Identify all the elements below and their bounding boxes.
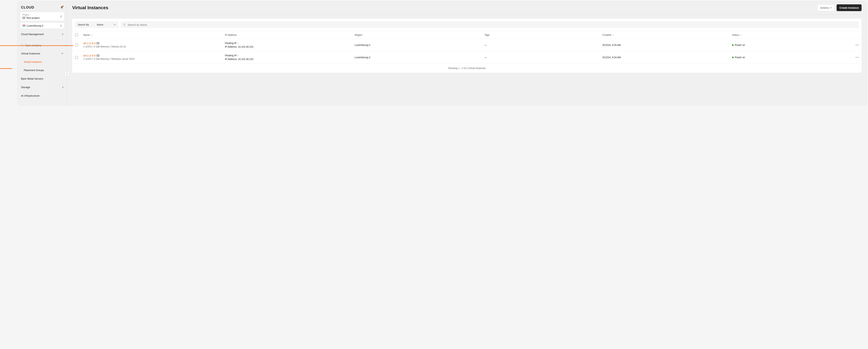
search-by-field-value: Name bbox=[97, 23, 103, 26]
header-actions: Actions Create Instance bbox=[817, 4, 862, 11]
col-status[interactable]: Status↓↑ bbox=[732, 33, 850, 36]
row-checkbox[interactable] bbox=[75, 56, 78, 59]
nav-virtual-instances-sub[interactable]: Virtual Instances bbox=[20, 58, 64, 65]
row-actions-menu[interactable] bbox=[850, 57, 859, 58]
select-all-checkbox[interactable] bbox=[75, 33, 78, 36]
ip-address: IP Address: 10.101.00.101 bbox=[225, 57, 355, 61]
nav-placement-groups[interactable]: Placement Groups bbox=[20, 67, 64, 74]
divider bbox=[20, 40, 64, 40]
svg-point-2 bbox=[123, 24, 125, 25]
content: Search By Name Nam bbox=[67, 14, 867, 77]
nav-placement-groups-label: Placement Groups bbox=[24, 69, 44, 71]
nav-cloud-management-label: Cloud Management bbox=[21, 33, 44, 36]
row-status: Power on bbox=[732, 56, 850, 59]
nav-virtual-instances[interactable]: Virtual Instances bbox=[20, 50, 64, 57]
status-dot-icon bbox=[732, 57, 734, 58]
collapse-sidebar-button[interactable] bbox=[65, 71, 69, 76]
table-header: Name↓↑ IP Address Region Tags Created↓↑ … bbox=[72, 31, 862, 39]
row-tags: — bbox=[484, 43, 602, 47]
sidebar: CLOUD Project ID Test project bbox=[18, 1, 67, 105]
chevron-down-icon bbox=[114, 24, 116, 25]
status-text: Power on bbox=[735, 56, 745, 59]
instance-name-text: ed-1-2-3-4 bbox=[83, 42, 95, 45]
status-dot-icon bbox=[732, 44, 734, 46]
project-selector-value: Test project bbox=[26, 16, 39, 19]
row-tags: — bbox=[484, 56, 602, 59]
region-selector-value: Luxembourg-2 bbox=[27, 24, 43, 27]
col-status-label: Status bbox=[732, 33, 739, 36]
app-frame: CLOUD Project ID Test project bbox=[18, 1, 867, 105]
floating-ip: Floating IP: - bbox=[225, 54, 355, 57]
annotation-2-line bbox=[0, 46, 73, 46]
page-title: Virtual Instances bbox=[72, 5, 108, 10]
table-row[interactable]: ed-1-2-3-4 ID 1 vCPU / 2 GiB Memory / Ub… bbox=[72, 39, 862, 51]
notification-badge bbox=[62, 5, 64, 7]
id-badge-icon: ID bbox=[96, 54, 99, 57]
instance-name-link[interactable]: ed-1-2-3-4 ID bbox=[83, 54, 99, 57]
row-region: Luxembourg-2 bbox=[355, 56, 484, 59]
col-name-label: Name bbox=[83, 33, 90, 36]
nav-bare-metal-label: Bare Metal Servers bbox=[21, 77, 43, 80]
floating-ip: Floating IP: - bbox=[225, 41, 355, 45]
instance-spec: 1 vCPU / 2 GiB Memory / Ubuntu 23.10 bbox=[83, 45, 225, 49]
create-instance-button[interactable]: Create Instance bbox=[837, 4, 862, 11]
main: Virtual Instances Actions Create Instanc… bbox=[67, 1, 867, 105]
search-row: Search By Name bbox=[72, 19, 862, 31]
row-created: 3/12/24, 9:25 AM bbox=[602, 43, 732, 47]
project-selector-label: Project bbox=[22, 13, 39, 16]
table-row[interactable]: ed-1-2-3-4 ID 1 vCPU / 2 GiB Memory / Wi… bbox=[72, 51, 862, 63]
updown-icon bbox=[60, 25, 62, 27]
chevron-right-icon bbox=[62, 86, 63, 88]
col-name[interactable]: Name↓↑ bbox=[83, 33, 225, 36]
chevron-down-icon bbox=[830, 7, 832, 8]
notifications-button[interactable] bbox=[60, 6, 63, 9]
sort-icon: ↓↑ bbox=[90, 34, 93, 36]
row-status: Power on bbox=[732, 43, 850, 47]
chevron-right-icon bbox=[62, 33, 63, 35]
col-ip: IP Address bbox=[225, 33, 355, 36]
row-actions-menu[interactable] bbox=[850, 45, 859, 46]
id-badge-icon: ID bbox=[22, 17, 25, 19]
instance-name-text: ed-1-2-3-4 bbox=[83, 54, 95, 57]
row-created: 3/12/24, 9:24 AM bbox=[602, 56, 732, 59]
col-region: Region bbox=[355, 33, 484, 36]
nav-ai-infra[interactable]: AI Infrastructure bbox=[20, 92, 64, 99]
create-instance-label: Create Instance bbox=[839, 6, 859, 9]
instance-spec: 1 vCPU / 2 GiB Memory / Windows server 2… bbox=[83, 57, 225, 61]
search-icon bbox=[123, 23, 126, 26]
row-checkbox[interactable] bbox=[75, 43, 78, 47]
search-by-control[interactable]: Search By Name bbox=[75, 21, 119, 28]
main-header: Virtual Instances Actions Create Instanc… bbox=[67, 1, 867, 14]
search-input[interactable] bbox=[128, 23, 856, 26]
nav-cloud-management[interactable]: Cloud Management bbox=[20, 31, 64, 38]
nav-virtual-instances-sub-label: Virtual Instances bbox=[24, 60, 42, 63]
id-badge-icon: ID bbox=[96, 42, 99, 44]
annotation-1-line bbox=[0, 68, 12, 69]
row-region: Luxembourg-2 bbox=[355, 43, 484, 47]
search-by-label: Search By bbox=[78, 23, 89, 26]
annotation-2: 2 bbox=[0, 42, 73, 49]
actions-dropdown[interactable]: Actions bbox=[817, 4, 835, 11]
chevron-left-icon bbox=[66, 72, 68, 75]
actions-label: Actions bbox=[820, 6, 829, 9]
nav-bare-metal[interactable]: Bare Metal Servers bbox=[20, 75, 64, 82]
annotation-1: 1 bbox=[0, 65, 12, 72]
sort-icon: ↓↑ bbox=[740, 34, 742, 36]
col-tags: Tags bbox=[484, 33, 602, 36]
logo: CLOUD bbox=[21, 5, 34, 9]
project-selector[interactable]: Project ID Test project bbox=[20, 12, 64, 21]
nav-ai-infra-label: AI Infrastructure bbox=[21, 94, 39, 97]
search-input-wrapper[interactable] bbox=[121, 21, 859, 28]
chevron-down-icon bbox=[61, 53, 63, 54]
col-created-label: Created bbox=[602, 33, 611, 36]
instance-name-link[interactable]: ed-1-2-3-4 ID bbox=[83, 42, 99, 45]
table-footer: Showing 1 - 2 of 2 virtual instances bbox=[72, 63, 862, 72]
sidebar-header: CLOUD bbox=[20, 4, 64, 11]
region-selector[interactable]: Luxembourg-2 bbox=[20, 23, 64, 29]
flag-luxembourg-icon bbox=[22, 25, 26, 27]
instances-table: Name↓↑ IP Address Region Tags Created↓↑ … bbox=[72, 31, 862, 72]
ip-address: IP Address: 10.101.00.101 bbox=[225, 45, 355, 49]
nav-virtual-instances-label: Virtual Instances bbox=[21, 52, 40, 55]
col-created[interactable]: Created↓↑ bbox=[602, 33, 732, 36]
nav-storage[interactable]: Storage bbox=[20, 84, 64, 91]
